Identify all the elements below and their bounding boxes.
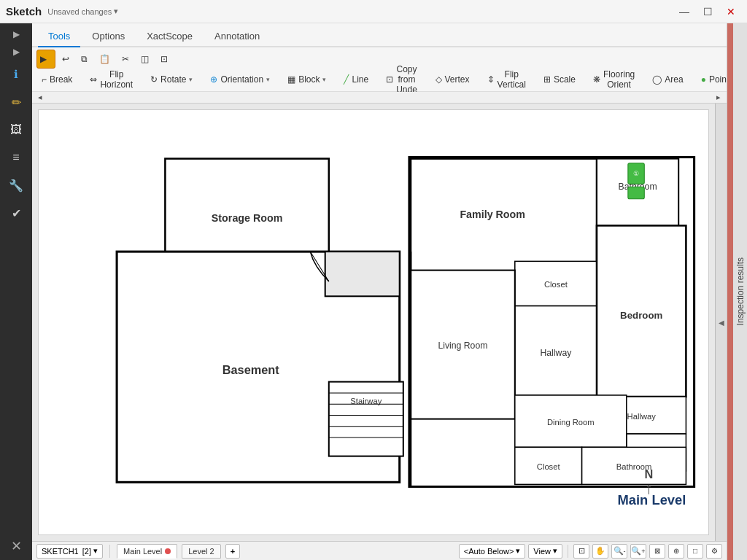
title-bar: Sketch Unsaved changes ▾ — ☐ ✕ xyxy=(0,0,747,23)
level2-tab[interactable]: Level 2 xyxy=(182,544,220,559)
tab-xactscope[interactable]: XactScope xyxy=(136,26,203,47)
auto-below-label: <Auto Below> xyxy=(464,547,514,556)
floor-plan-canvas[interactable]: Storage Room Basement Stairway xyxy=(38,109,709,535)
tb-btn-extra1[interactable]: ◫ xyxy=(136,50,154,69)
sidebar-icon-list[interactable]: ≡ xyxy=(3,144,29,171)
point-icon: ● xyxy=(701,74,706,85)
inspection-results-label: Inspection results xyxy=(735,252,746,331)
orientation-button[interactable]: ⊕ Orientation ▾ xyxy=(205,70,275,89)
flip-h-icon: ⇔ xyxy=(90,74,97,85)
flooring-label: Flooring Orient xyxy=(603,69,635,90)
sidebar-icon-images[interactable]: 🖼 xyxy=(3,117,29,143)
rotate-button[interactable]: ↻ Rotate ▾ xyxy=(145,70,198,89)
maximize-button[interactable]: ☐ xyxy=(697,4,718,20)
toolbar-row2: ⌐ Break ⇔ Flip Horizont ↻ Rotate ▾ ⊕ Or xyxy=(36,70,722,89)
tab-tools[interactable]: Tools xyxy=(38,26,80,47)
zoom-out-button[interactable]: 🔍- xyxy=(611,544,627,559)
scale-button[interactable]: ⊞ Scale xyxy=(538,70,581,89)
right-sidebar: Inspection results xyxy=(727,23,747,560)
content-area: Tools Options XactScope Annotation ▶ ↩ ⧉… xyxy=(32,23,727,560)
main-level-tab[interactable]: Main Level xyxy=(117,544,177,559)
scale-label: Scale xyxy=(554,74,576,85)
vertex-button[interactable]: ◇ Vertex xyxy=(430,70,475,89)
zoom-fit-button[interactable]: ⊠ xyxy=(649,544,665,559)
sidebar-close-button[interactable]: ✕ xyxy=(0,532,32,560)
sidebar-icon-tools[interactable]: 🔧 xyxy=(3,172,29,198)
zoom-in-button[interactable]: 🔍+ xyxy=(630,544,646,559)
orientation-arrow-icon: ▾ xyxy=(266,76,270,83)
block-icon: ▦ xyxy=(287,74,295,85)
pan-button[interactable]: ✋ xyxy=(592,544,608,559)
status-bar-right: <Auto Below> ▾ View ▾ ⊡ ✋ 🔍- 🔍+ ⊠ ⊕ □ xyxy=(459,544,722,559)
close-window-button[interactable]: ✕ xyxy=(721,4,741,20)
flip-horizontal-button[interactable]: ⇔ Flip Horizont xyxy=(85,70,138,89)
canvas-container: Storage Room Basement Stairway xyxy=(32,104,727,541)
view-arrow-icon: ▾ xyxy=(553,546,557,556)
scroll-right-icon[interactable]: ▸ xyxy=(713,93,724,102)
line-button[interactable]: ╱ Line xyxy=(338,70,374,89)
sidebar-expand-top[interactable]: ▶ xyxy=(10,26,23,42)
orientation-icon: ⊕ xyxy=(210,74,217,85)
status-sep1 xyxy=(109,545,110,558)
sidebar-icon-info[interactable]: ℹ xyxy=(3,61,29,88)
sketch-label: SKETCH1 xyxy=(42,547,79,556)
toolbar-row1: ▶ ↩ ⧉ 📋 ✂ ◫ ⊡ xyxy=(36,50,722,69)
zoom-frame-button[interactable]: ⊡ xyxy=(573,544,589,559)
copy-button[interactable]: ⧉ xyxy=(76,50,93,69)
line-label: Line xyxy=(352,74,368,85)
flooring-orient-button[interactable]: ❋ Flooring Orient xyxy=(588,70,640,89)
svg-text:Living Room: Living Room xyxy=(438,341,487,351)
area-button[interactable]: ◯ Area xyxy=(647,70,688,89)
paste-button[interactable]: 📋 xyxy=(94,50,115,69)
app-title: Sketch xyxy=(6,5,42,18)
status-sep2 xyxy=(568,545,568,558)
svg-text:Basement: Basement xyxy=(222,363,280,376)
auto-below-button[interactable]: <Auto Below> ▾ xyxy=(459,544,526,559)
vertex-label: Vertex xyxy=(445,74,470,85)
svg-rect-18 xyxy=(628,187,644,198)
sidebar-icon-edit[interactable]: ✏ xyxy=(3,89,29,115)
cut-button[interactable]: ✂ xyxy=(117,50,134,69)
line-icon: ╱ xyxy=(344,74,349,85)
sidebar-icon-check[interactable]: ✔ xyxy=(3,200,29,226)
select-tool-button[interactable]: ▶ xyxy=(36,50,55,69)
pan2-button[interactable]: ⊕ xyxy=(668,544,684,559)
point-button[interactable]: ● Point xyxy=(696,70,727,89)
rotate-arrow-icon: ▾ xyxy=(189,76,193,83)
area-label: Area xyxy=(665,74,683,85)
rotate-icon: ↻ xyxy=(150,74,158,85)
view-extra-button[interactable]: □ xyxy=(687,544,703,559)
flip-v-icon: ⇕ xyxy=(487,74,495,85)
tab-annotation[interactable]: Annotation xyxy=(204,26,270,47)
flip-v-label: Flip Vertical xyxy=(498,69,526,90)
block-button[interactable]: ▦ Block ▾ xyxy=(282,70,331,89)
view-button[interactable]: View ▾ xyxy=(528,544,562,559)
break-button[interactable]: ⌐ Break xyxy=(36,70,77,89)
main-level-dot xyxy=(165,548,171,554)
tab-options[interactable]: Options xyxy=(82,26,135,47)
svg-text:Main Level: Main Level xyxy=(618,492,686,508)
sketch-name-button[interactable]: SKETCH1 [2] ▾ xyxy=(36,544,103,559)
add-level-button[interactable]: + xyxy=(225,544,240,559)
flip-vertical-button[interactable]: ⇕ Flip Vertical xyxy=(482,70,531,89)
status-bar: SKETCH1 [2] ▾ Main Level Level 2 + xyxy=(32,541,727,560)
sidebar-expand-mid[interactable]: ▶ xyxy=(10,44,23,60)
svg-text:Bedroom: Bedroom xyxy=(620,310,662,321)
view-label: View xyxy=(533,547,551,556)
orientation-label: Orientation xyxy=(220,74,263,85)
copy-from-label: Copy from Unde xyxy=(396,64,417,95)
toolbar: ▶ ↩ ⧉ 📋 ✂ ◫ ⊡ ⌐ Break ⇔ Flip Horizont xyxy=(32,47,727,92)
level2-label: Level 2 xyxy=(188,547,214,556)
copy-from-under-button[interactable]: ⊡ Copy from Unde xyxy=(381,70,422,89)
flooring-icon: ❋ xyxy=(593,74,600,85)
right-collapse-button[interactable]: ◀ xyxy=(715,104,727,541)
settings-icon[interactable]: ⚙ xyxy=(706,544,722,559)
flip-h-label: Flip Horizont xyxy=(100,69,133,90)
tb-btn-extra2[interactable]: ⊡ xyxy=(155,50,173,69)
scroll-left-icon[interactable]: ◂ xyxy=(35,93,45,102)
svg-text:Storage Room: Storage Room xyxy=(212,212,283,224)
minimize-button[interactable]: — xyxy=(674,4,694,20)
undo-button[interactable]: ↩ xyxy=(57,50,74,69)
svg-text:Hallway: Hallway xyxy=(627,412,657,421)
sketch-num: [2] xyxy=(82,547,91,556)
